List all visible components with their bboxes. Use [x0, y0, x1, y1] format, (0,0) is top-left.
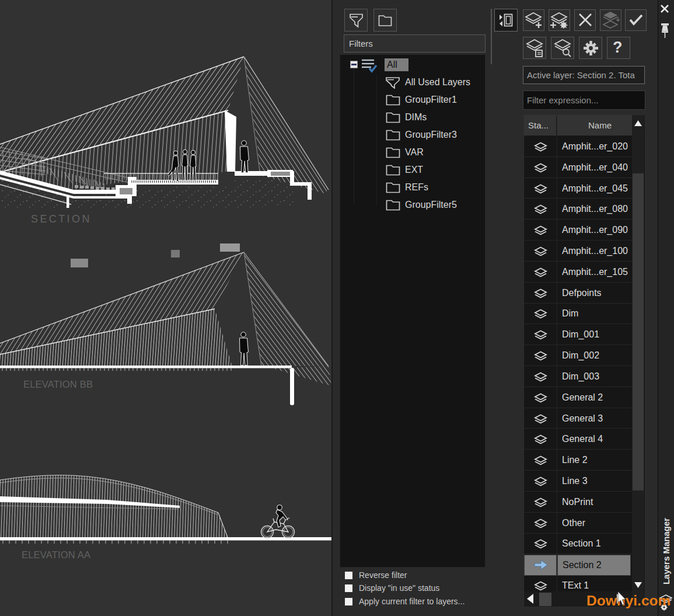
svg-text:ELEVATION AA: ELEVATION AA	[22, 549, 90, 560]
svg-text:ELEVATION BB: ELEVATION BB	[23, 379, 93, 389]
svg-text:SECTION: SECTION	[31, 213, 92, 225]
